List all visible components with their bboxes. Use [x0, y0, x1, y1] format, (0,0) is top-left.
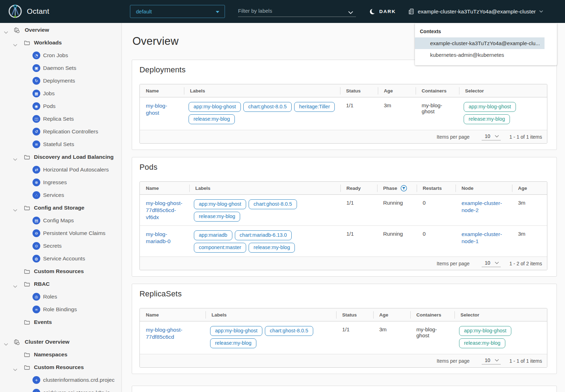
labels-cell: app:my-blog-ghostchart:ghost-8.0.5releas…: [206, 321, 336, 354]
sidebar-item-jobs[interactable]: ▦Jobs: [0, 87, 122, 100]
label-pill: chart:ghost-8.0.5: [249, 199, 297, 209]
app-title: Octant: [27, 7, 49, 16]
labels-cell: app:mariadbchart:mariadb-6.13.0component…: [189, 226, 340, 257]
restarts-cell: 0: [417, 226, 456, 257]
column-header: Containers: [410, 308, 454, 321]
pod-link[interactable]: my-blog-mariadb-0: [146, 231, 187, 245]
table-header: Name Labels Status Age Containers Select…: [140, 84, 547, 97]
label-pill: component:master: [194, 243, 246, 253]
replicaset-link[interactable]: my-blog-ghost-77df85c6cd: [146, 326, 203, 340]
phase-filter-icon[interactable]: [400, 185, 407, 192]
sidebar-item-cluster-overview[interactable]: Cluster Overview: [0, 336, 122, 348]
sidebar-item-csidrivers[interactable]: +csidrivers.csi.storage.k8s.io: [0, 386, 122, 392]
chevron-down-icon[interactable]: [4, 341, 8, 347]
sidebar-item-services[interactable]: ∴Services: [0, 189, 122, 201]
chevron-down-icon[interactable]: [13, 207, 17, 213]
folder-icon: [24, 320, 30, 326]
sidebar-item-replica-sets[interactable]: ◫Replica Sets: [0, 113, 122, 125]
label-filter[interactable]: [238, 5, 356, 17]
chevron-down-icon: [495, 359, 499, 362]
dark-mode-toggle[interactable]: DARK: [370, 0, 396, 23]
sidebar-item-namespaces[interactable]: Namespaces: [0, 348, 122, 361]
column-header: Selector: [454, 308, 547, 321]
sidebar-item-workloads[interactable]: Workloads: [0, 36, 122, 49]
ingress-icon: ⊗: [32, 179, 40, 186]
label-pill: app:my-blog-ghost: [210, 326, 262, 336]
sidebar-item-hpa[interactable]: ⇄Horizontal Pod Autoscalers: [0, 163, 122, 176]
sidebar-item-roles[interactable]: ◎Roles: [0, 290, 122, 303]
chevron-down-icon[interactable]: [13, 283, 17, 289]
sidebar-item-cron-jobs[interactable]: ◔Cron Jobs: [0, 49, 122, 62]
chevron-down-icon[interactable]: [13, 156, 17, 162]
sidebar-item-events[interactable]: Events: [0, 316, 122, 328]
pod-link[interactable]: my-blog-ghost-77df85c6cd-vf6dx: [146, 200, 187, 221]
job-icon: ▦: [32, 90, 40, 97]
crd-icon: +: [32, 376, 40, 384]
objects-icon: [13, 27, 20, 35]
sidebar-item-overview[interactable]: Overview: [0, 24, 122, 36]
pvc-icon: ⊖: [32, 229, 40, 237]
sidebar-item-role-bindings[interactable]: ∞Role Bindings: [0, 303, 122, 316]
context-value: example-cluster-ka3TuTzYo4a@example-clus…: [418, 8, 536, 15]
ready-cell: 1/1: [340, 195, 377, 225]
selector-pill: app:my-blog-ghost: [464, 102, 516, 112]
namespace-select[interactable]: default: [130, 5, 225, 18]
chevron-down-icon[interactable]: [13, 42, 17, 48]
replicasets-table: Name Labels Status Age Containers Select…: [139, 308, 547, 368]
sidebar-item-stateful-sets[interactable]: ≡Stateful Sets: [0, 138, 122, 151]
sidebar-item-custom-resources[interactable]: Custom Resources: [0, 265, 122, 278]
sidebar-item-secrets[interactable]: ⊙Secrets: [0, 240, 122, 252]
sidebar-item-discovery-lb[interactable]: Discovery and Load Balancing: [0, 151, 122, 163]
column-header: Node: [456, 182, 512, 194]
sidebar-item-pvc[interactable]: ⊖Persistent Volume Claims: [0, 227, 122, 240]
configmap-icon: ▤: [32, 217, 40, 224]
age-cell: 3m: [512, 226, 547, 257]
sidebar-item-deployments[interactable]: ↻Deployments: [0, 74, 122, 87]
label-pill: app:my-blog-ghost: [189, 102, 241, 112]
sidebar-item-pods[interactable]: ◉Pods: [0, 100, 122, 113]
sidebar-item-config-storage[interactable]: Config and Storage: [0, 201, 122, 214]
context-selector[interactable]: example-cluster-ka3TuTzYo4a@example-clus…: [409, 0, 543, 23]
context-option-selected[interactable]: example-cluster-ka3TuTzYo4a@example-clu.…: [415, 37, 545, 49]
column-header: Age: [512, 182, 547, 194]
chevron-down-icon: [495, 261, 499, 264]
sidebar-item-replication-controllers[interactable]: ↺Replication Controllers: [0, 125, 122, 138]
role-icon: ◎: [32, 293, 40, 301]
column-header: Ready: [340, 182, 377, 194]
sidebar-item-config-maps[interactable]: ▤Config Maps: [0, 214, 122, 227]
sidebar-item-daemon-sets[interactable]: ▣Daemon Sets: [0, 62, 122, 74]
context-option[interactable]: kubernetes-admin@kubernetes: [415, 49, 545, 61]
labels-cell: app:my-blog-ghostchart:ghost-8.0.5releas…: [189, 195, 340, 225]
sidebar-item-custom-resources-cluster[interactable]: Custom Resources: [0, 361, 122, 374]
app-header: Octant default DARK example-cluster-ka3T…: [0, 0, 565, 23]
sidebar-item-ingresses[interactable]: ⊗Ingresses: [0, 176, 122, 189]
context-caret-icon: [539, 10, 543, 13]
page-size-select[interactable]: 10: [482, 260, 501, 267]
deployment-link[interactable]: my-blog-ghost: [146, 102, 175, 116]
node-link[interactable]: example-cluster-node-2: [462, 200, 510, 214]
items-per-page-label: Items per page: [436, 358, 469, 364]
node-link[interactable]: example-cluster-node-1: [462, 231, 510, 245]
restarts-cell: 0: [417, 195, 456, 225]
next-card-sliver: [132, 386, 557, 392]
column-header: Age: [373, 308, 410, 321]
label-filter-input[interactable]: [238, 5, 340, 16]
sidebar-item-rbac[interactable]: RBAC: [0, 278, 122, 290]
selector-cell: app:my-blog-ghostrelease:my-blog: [454, 321, 547, 354]
page-size-select[interactable]: 10: [482, 133, 501, 140]
namespace-value: default: [136, 8, 152, 14]
table-header: Name Labels Ready Phase Restarts Node Ag…: [140, 182, 547, 195]
sidebar-item-service-accounts[interactable]: ◍Service Accounts: [0, 252, 122, 265]
selector-pill: release:my-blog: [459, 338, 505, 348]
folder-icon: [24, 155, 30, 161]
table-row: my-blog-ghost-77df85c6cd-vf6dx app:my-bl…: [140, 195, 547, 226]
chevron-down-icon[interactable]: [4, 29, 8, 35]
table-header: Name Labels Status Age Containers Select…: [140, 308, 547, 321]
sidebar-item-clusterinformations[interactable]: +clusterinformations.crd.projec: [0, 374, 122, 386]
page-size-select[interactable]: 10: [482, 357, 501, 364]
phase-cell: Running: [377, 226, 417, 257]
label-pill: app:mariadb: [194, 230, 232, 240]
selector-pill: release:my-blog: [464, 114, 510, 124]
label-pill: heritage:Tiller: [294, 102, 335, 112]
chevron-down-icon[interactable]: [13, 366, 17, 373]
